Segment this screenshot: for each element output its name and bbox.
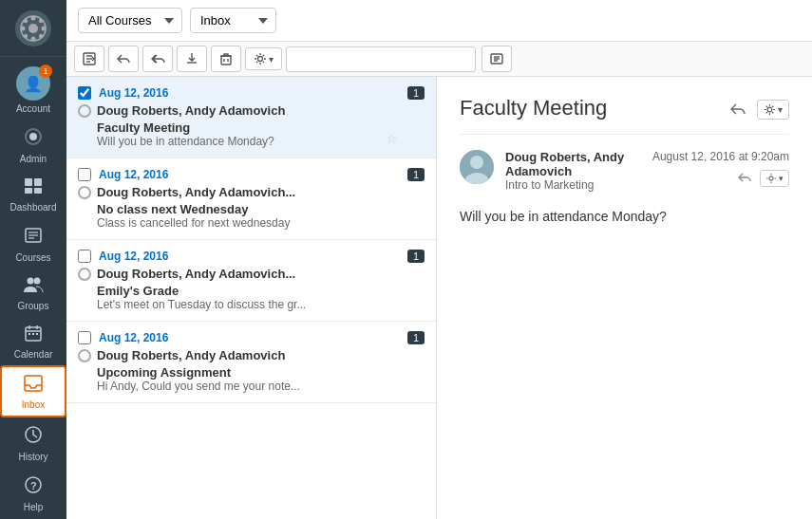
reply-button[interactable] [108,46,139,72]
message-checkbox-4[interactable] [78,331,91,344]
sidebar-item-account[interactable]: 👤 1 Account [0,57,66,120]
inbox-select[interactable]: Inbox Sent Archived [190,8,276,33]
filter-button[interactable] [482,46,512,72]
detail-header: Faculty Meeting ▾ [460,96,789,135]
sidebar-item-calendar[interactable]: Calendar [0,317,66,365]
message-meta: Doug Roberts, Andy Adamovich Intro to Ma… [460,150,789,192]
message-sender-row-2: Doug Roberts, Andy Adamovich... [78,185,425,199]
message-sender-row-3: Doug Roberts, Andy Adamovich... [78,267,425,281]
message-body: Will you be in attendance Monday? [460,207,789,227]
sidebar-label-admin: Admin [20,154,47,164]
history-icon [24,425,43,449]
meta-date: August 12, 2016 at 9:20am [652,150,789,163]
svg-rect-12 [34,178,42,186]
message-header: Aug 12, 2016 [78,86,425,100]
message-header: Aug 12, 2016 [78,331,425,344]
star-icon-1[interactable]: ☆ [386,131,398,146]
message-badge-4: 1 [407,331,425,344]
svg-point-5 [42,26,47,30]
content-area: Aug 12, 2016 1 Doug Roberts, Andy Adamov… [66,77,812,519]
svg-point-1 [28,24,38,33]
svg-point-6 [24,18,28,22]
compose-button[interactable] [74,46,104,72]
detail-settings-button[interactable]: ▾ [757,100,789,120]
meta-settings-button[interactable]: ▾ [760,170,789,187]
inbox-icon [24,375,43,397]
message-badge-2: 1 [407,168,425,181]
message-checkbox-1[interactable] [78,86,91,100]
settings-dropdown-arrow: ▾ [269,54,274,65]
groups-icon [23,276,44,298]
sidebar-item-admin[interactable]: Admin [0,120,66,170]
help-icon: ? [24,475,43,499]
message-item[interactable]: Aug 12, 2016 1 Doug Roberts, Andy Adamov… [66,77,436,158]
sidebar-item-dashboard[interactable]: Dashboard [0,170,66,218]
detail-reply-button[interactable] [725,96,751,122]
svg-point-4 [21,26,26,30]
sidebar-label-history: History [18,452,47,462]
svg-rect-13 [25,188,32,194]
sidebar-item-history[interactable]: History [0,417,66,468]
detail-settings-arrow: ▾ [778,104,783,115]
sidebar-item-help[interactable]: ? Help [0,468,66,518]
message-badge-3: 1 [407,250,425,263]
unread-indicator-4 [78,349,91,362]
message-header: Aug 12, 2016 [78,250,425,263]
message-preview-4: Hi Andy, Could you send me your note... [97,380,425,393]
sidebar-label-dashboard: Dashboard [10,202,57,213]
sidebar-item-courses[interactable]: Courses [0,218,66,269]
sidebar-label-help: Help [24,502,44,512]
message-date-4: Aug 12, 2016 [99,331,168,344]
meta-sender: Doug Roberts, Andy Adamovich [505,150,641,178]
message-subject-2: No class next Wednesday [97,202,425,216]
sidebar-label-calendar: Calendar [14,349,53,360]
svg-rect-36 [221,56,231,65]
download-button[interactable] [177,46,207,72]
settings-dropdown-button[interactable]: ▾ [245,47,282,70]
unread-indicator-2 [78,186,91,199]
account-avatar: 👤 1 [16,66,50,101]
message-sender-row-4: Doug Roberts, Andy Adamovich [78,348,425,362]
message-checkbox-3[interactable] [78,250,91,263]
svg-text:?: ? [30,480,37,491]
message-date-3: Aug 12, 2016 [99,250,168,263]
svg-point-40 [258,57,263,62]
main-content: All Courses My Courses Inbox Sent Archiv… [66,0,812,519]
message-subject-4: Upcoming Assignment [97,365,425,380]
account-badge: 1 [39,65,52,78]
unread-indicator-1 [78,104,91,118]
message-item[interactable]: Aug 12, 2016 1 Doug Roberts, Andy Adamov… [66,158,436,240]
meta-reply-button[interactable] [733,167,756,190]
sidebar-item-inbox[interactable]: Inbox [0,365,66,417]
sidebar: 👤 1 Account Admin Dashboard [0,0,66,519]
svg-point-2 [31,15,36,20]
meta-info: Doug Roberts, Andy Adamovich Intro to Ma… [505,150,641,192]
svg-point-19 [28,278,34,285]
sidebar-label-groups: Groups [18,301,49,311]
sidebar-logo [0,0,66,57]
meta-settings-arrow: ▾ [779,174,784,183]
svg-point-3 [31,36,36,41]
sidebar-item-groups[interactable]: Groups [0,269,66,317]
svg-rect-11 [25,178,32,186]
svg-rect-27 [36,333,38,335]
search-input[interactable] [286,46,476,72]
meta-right: August 12, 2016 at 9:20am [652,150,789,190]
message-sender-row-1: Doug Roberts, Andy Adamovich [78,103,425,118]
message-item[interactable]: Aug 12, 2016 1 Doug Roberts, Andy Adamov… [66,322,436,403]
message-subject-1: Faculty Meeting [97,120,425,135]
sidebar-label-account: Account [16,103,50,114]
svg-rect-14 [34,188,42,194]
svg-point-49 [769,176,773,180]
course-select[interactable]: All Courses My Courses [78,8,182,33]
meta-course: Intro to Marketing [505,178,641,192]
message-checkbox-2[interactable] [78,168,91,181]
svg-point-9 [24,33,28,37]
reply-all-button[interactable] [142,46,173,72]
svg-rect-25 [28,333,30,335]
message-list: Aug 12, 2016 1 Doug Roberts, Andy Adamov… [66,77,437,519]
message-senders-1: Doug Roberts, Andy Adamovich [97,103,285,118]
message-item[interactable]: Aug 12, 2016 1 Doug Roberts, Andy Adamov… [66,240,436,322]
delete-button[interactable] [211,46,241,72]
detail-reply-actions: ▾ [733,167,789,190]
